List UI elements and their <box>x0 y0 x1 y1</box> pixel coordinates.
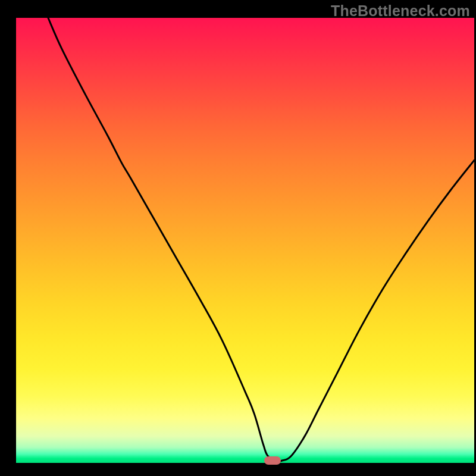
bottleneck-curve <box>16 18 474 463</box>
curve-path <box>48 18 474 461</box>
chart-frame: TheBottleneck.com <box>0 0 476 476</box>
optimum-marker <box>264 456 281 465</box>
watermark-text: TheBottleneck.com <box>331 2 470 20</box>
plot-area <box>16 18 474 463</box>
